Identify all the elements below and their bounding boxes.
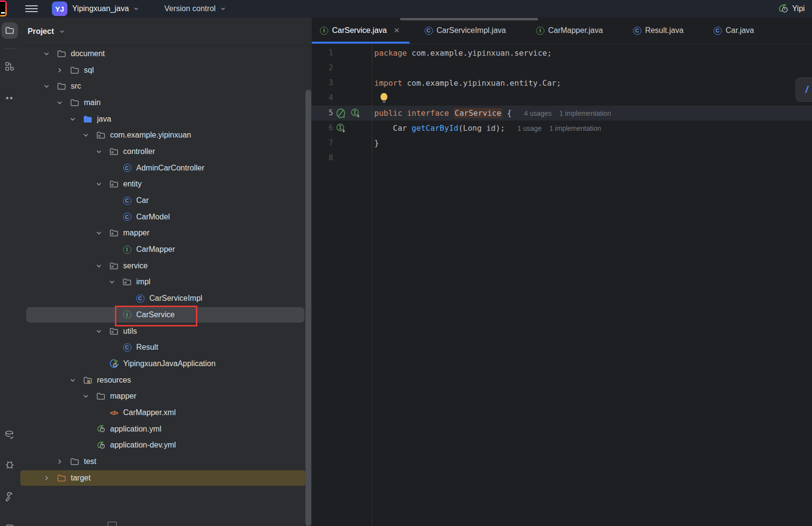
tree-item-carservice[interactable]: ICarService	[19, 307, 312, 323]
tab-carservice-java[interactable]: ICarService.java✕	[312, 17, 410, 44]
hamburger-menu-icon[interactable]	[25, 3, 38, 14]
tree-item-com-example-yipinxuan[interactable]: com.example.yipinxuan	[19, 127, 312, 143]
floating-assistant-button[interactable]: /	[796, 77, 812, 102]
project-avatar[interactable]: YJ	[52, 1, 67, 16]
line-number[interactable]: 2	[312, 61, 333, 76]
tree-item-sql[interactable]: sql	[19, 62, 312, 78]
line-number[interactable]: 5	[312, 106, 333, 121]
project-tool-button[interactable]	[1, 22, 18, 39]
tree-item-resources[interactable]: resources	[19, 372, 312, 388]
chevron-down-icon[interactable]	[95, 148, 103, 155]
chevron-down-icon[interactable]	[108, 278, 116, 286]
implemented-marker-icon[interactable]	[350, 108, 361, 119]
tree-item-label: YipingxuanJavaApplication	[123, 359, 216, 368]
chevron-right-icon[interactable]	[56, 458, 64, 465]
tree-item-application-yml[interactable]: application.yml	[19, 421, 312, 437]
tab-label: Result.java	[645, 26, 684, 35]
chevron-down-icon[interactable]	[95, 180, 103, 188]
implemented-marker-icon[interactable]	[336, 123, 347, 134]
tree-item-document[interactable]: document	[19, 46, 312, 62]
line-number[interactable]: 6	[312, 121, 333, 136]
tree-item-result[interactable]: CResult	[19, 339, 312, 356]
code-line-8[interactable]: 8	[312, 151, 812, 166]
project-selector[interactable]: Yipingxuan_java	[72, 0, 140, 17]
intention-bulb-icon[interactable]	[380, 93, 388, 104]
line-number[interactable]: 7	[312, 136, 333, 151]
structure-tool-button[interactable]	[1, 58, 18, 75]
inlay-hint[interactable]: 4 usages	[524, 109, 552, 117]
class-icon: C	[123, 164, 131, 172]
interface-icon: I	[123, 246, 131, 254]
line-number[interactable]: 8	[312, 151, 333, 166]
tree-item-admincarcontroller[interactable]: CAdminCarController	[19, 160, 312, 176]
chevron-down-icon[interactable]	[69, 376, 77, 384]
tree-item-carmodel[interactable]: CCarModel	[19, 209, 312, 225]
inlay-hint[interactable]: 1 usage	[517, 124, 541, 132]
code-line-2[interactable]: 2	[312, 61, 812, 76]
tree-item-main[interactable]: main	[19, 94, 312, 111]
chevron-down-icon[interactable]	[82, 131, 90, 139]
chevron-down-icon[interactable]	[69, 115, 77, 123]
code-line-1[interactable]: 1package com.example.yipinxuan.service;	[312, 46, 812, 61]
tree-scrollbar[interactable]	[305, 90, 311, 526]
code-line-5[interactable]: 5public interface CarService { 4 usages1…	[312, 106, 812, 121]
tab-scrollbar[interactable]	[400, 18, 538, 20]
chevron-right-icon[interactable]	[56, 66, 64, 74]
tree-item-carmapper[interactable]: ICarMapper	[19, 241, 312, 258]
tree-item-yipingxuanjavaapplication[interactable]: YipingxuanJavaApplication	[19, 356, 312, 372]
tree-item-service[interactable]: service	[19, 258, 312, 274]
chevron-down-icon[interactable]	[43, 50, 50, 58]
tree-item-impl[interactable]: impl	[19, 274, 312, 291]
build-tool-button[interactable]	[1, 489, 18, 505]
close-icon[interactable]: ✕	[394, 26, 400, 35]
code-line-6[interactable]: 6 Car getCarById(Long id); 1 usage1 impl…	[312, 121, 812, 136]
tree-item-application-dev-yml[interactable]: application-dev.yml	[19, 437, 312, 454]
circle-slash-icon[interactable]	[336, 108, 347, 119]
chevron-down-icon[interactable]	[56, 99, 64, 107]
run-configuration-widget[interactable]: Yipi	[778, 0, 812, 17]
inlay-hint[interactable]: 1 implementation	[549, 124, 601, 132]
tree-item-controller[interactable]: controller	[19, 143, 312, 160]
project-panel-header[interactable]: Project	[19, 17, 312, 46]
tree-item-entity[interactable]: entity	[19, 176, 312, 193]
code-line-7[interactable]: 7}	[312, 136, 812, 151]
gutter-separator	[372, 44, 372, 526]
code-line-3[interactable]: 3import com.example.yipinxuan.entity.Car…	[312, 76, 812, 91]
tree-item-carserviceimpl[interactable]: CCarServiceImpl	[19, 290, 312, 307]
line-number[interactable]: 3	[312, 76, 333, 91]
chevron-down-icon[interactable]	[82, 392, 90, 400]
chevron-down-icon[interactable]	[43, 82, 50, 90]
tree-item-target[interactable]: target	[19, 470, 312, 486]
chevron-down-icon[interactable]	[95, 262, 103, 270]
line-number[interactable]: 1	[312, 46, 333, 61]
chevron-down-icon[interactable]	[95, 229, 103, 237]
tree-item-test[interactable]: test	[19, 453, 312, 470]
project-tool-window: Project documentsqlsrcmainjavacom.exampl…	[19, 17, 312, 526]
tab-car-java[interactable]: CCar.java	[699, 17, 769, 44]
more-tool-windows-button[interactable]: ••	[1, 90, 18, 107]
tree-item-carmapper-xml[interactable]: </>CarMapper.xml	[19, 404, 312, 421]
tab-carserviceimpl-java[interactable]: CCarServiceImpl.java	[410, 17, 521, 44]
inlay-hint[interactable]: 1 implementation	[559, 109, 611, 117]
tree-item-mapper[interactable]: mapper	[19, 388, 312, 404]
partial-tool-button[interactable]	[1, 519, 18, 526]
tree-item-car[interactable]: CCar	[19, 192, 312, 209]
line-number[interactable]: 4	[312, 91, 333, 106]
tab-carmapper-java[interactable]: ICarMapper.java	[521, 17, 618, 44]
version-control-widget[interactable]: Version control	[164, 0, 226, 17]
code-token: com.example.yipinxuan.entity.Car;	[407, 78, 561, 88]
tree-item-java[interactable]: java	[19, 111, 312, 127]
code-editor[interactable]: 1package com.example.yipinxuan.service;2…	[312, 44, 812, 526]
services-tool-button[interactable]	[1, 427, 18, 443]
tab-label: CarServiceImpl.java	[437, 26, 506, 35]
chevron-right-icon[interactable]	[43, 474, 50, 482]
intellij-logo-icon	[0, 0, 7, 16]
problems-tool-button[interactable]	[1, 456, 18, 473]
tab-result-java[interactable]: CResult.java	[618, 17, 699, 44]
code-line-4[interactable]: 4	[312, 91, 812, 106]
tree-item-src[interactable]: src	[19, 78, 312, 94]
package-icon	[110, 262, 118, 270]
package-icon	[110, 327, 118, 336]
chevron-down-icon[interactable]	[95, 327, 103, 335]
tree-item-mapper[interactable]: mapper	[19, 225, 312, 242]
